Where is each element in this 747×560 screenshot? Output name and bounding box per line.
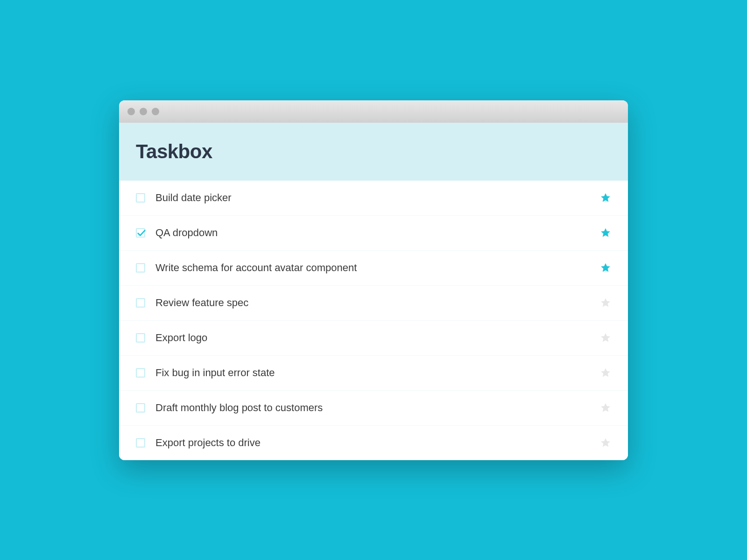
star-icon[interactable] bbox=[600, 262, 611, 273]
task-row: Build date picker bbox=[119, 181, 628, 216]
task-title[interactable]: Review feature spec bbox=[155, 297, 590, 309]
task-title[interactable]: Export logo bbox=[155, 332, 590, 344]
task-title[interactable]: Fix bug in input error state bbox=[155, 367, 590, 379]
task-row: QA dropdown bbox=[119, 216, 628, 251]
task-checkbox[interactable] bbox=[136, 263, 145, 273]
app-window: Taskbox Build date pickerQA dropdownWrit… bbox=[119, 100, 628, 460]
task-row: Review feature spec bbox=[119, 286, 628, 321]
task-title[interactable]: Build date picker bbox=[155, 192, 590, 204]
task-row: Fix bug in input error state bbox=[119, 356, 628, 391]
task-row: Draft monthly blog post to customers bbox=[119, 391, 628, 426]
star-icon[interactable] bbox=[600, 367, 611, 378]
task-checkbox[interactable] bbox=[136, 298, 145, 308]
task-checkbox[interactable] bbox=[136, 333, 145, 343]
star-icon[interactable] bbox=[600, 192, 611, 203]
task-checkbox[interactable] bbox=[136, 438, 145, 448]
window-titlebar bbox=[119, 100, 628, 123]
star-icon[interactable] bbox=[600, 402, 611, 413]
star-icon[interactable] bbox=[600, 227, 611, 238]
app-header: Taskbox bbox=[119, 123, 628, 181]
task-checkbox[interactable] bbox=[136, 228, 145, 238]
task-title[interactable]: QA dropdown bbox=[155, 227, 590, 239]
window-minimize-dot[interactable] bbox=[140, 108, 147, 115]
task-title[interactable]: Export projects to drive bbox=[155, 437, 590, 449]
window-close-dot[interactable] bbox=[127, 108, 135, 115]
task-title[interactable]: Write schema for account avatar componen… bbox=[155, 262, 590, 274]
star-icon[interactable] bbox=[600, 332, 611, 343]
task-row: Export projects to drive bbox=[119, 426, 628, 460]
task-row: Write schema for account avatar componen… bbox=[119, 251, 628, 286]
task-checkbox[interactable] bbox=[136, 403, 145, 413]
task-checkbox[interactable] bbox=[136, 193, 145, 203]
app-title: Taskbox bbox=[136, 140, 611, 163]
star-icon[interactable] bbox=[600, 297, 611, 308]
task-title[interactable]: Draft monthly blog post to customers bbox=[155, 402, 590, 414]
star-icon[interactable] bbox=[600, 437, 611, 448]
task-row: Export logo bbox=[119, 321, 628, 356]
task-checkbox[interactable] bbox=[136, 368, 145, 378]
task-list: Build date pickerQA dropdownWrite schema… bbox=[119, 181, 628, 460]
window-maximize-dot[interactable] bbox=[152, 108, 159, 115]
